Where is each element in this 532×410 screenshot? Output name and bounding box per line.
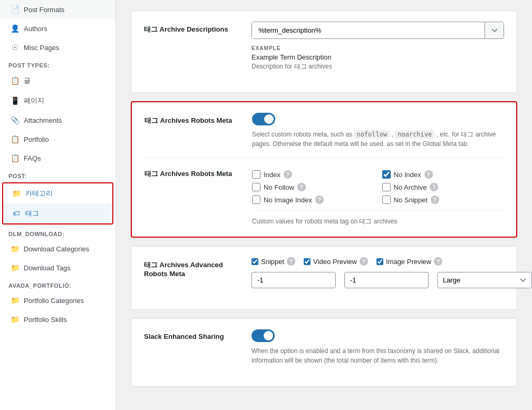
archive-descriptions-row: 태그 Archive Descriptions EXAMPLE Example … bbox=[144, 22, 504, 71]
sidebar: 📄 Post Formats 👤 Authors ☉ Misc Pages Po… bbox=[0, 0, 116, 410]
image-select-wrapper: Large Standard None bbox=[437, 272, 532, 288]
checkbox-no-archive-input[interactable] bbox=[382, 183, 391, 191]
post-formats-icon: 📄 bbox=[10, 5, 20, 14]
help-icon-video-preview[interactable]: ? bbox=[360, 257, 368, 266]
checkbox-no-image-index: No Image Index ? bbox=[252, 196, 374, 204]
advanced-robots-section: 태그 Archives Advanced Robots Meta Snippet… bbox=[131, 246, 517, 310]
checkbox-no-image-index-label: No Image Index bbox=[264, 196, 312, 204]
sidebar-item-portfolio[interactable]: 📋 Portfolio bbox=[0, 130, 115, 149]
sidebar-item-label: 페이지 bbox=[24, 96, 44, 105]
slack-sharing-control: When the option is enabled and a term fr… bbox=[252, 329, 504, 365]
checkbox-no-follow-input[interactable] bbox=[252, 183, 260, 191]
sidebar-item-download-tags[interactable]: 📁 Download Tags bbox=[0, 258, 115, 277]
archive-descriptions-control: EXAMPLE Example Term Description Descrip… bbox=[252, 22, 504, 71]
sidebar-item-attachments[interactable]: 📎 Attachments bbox=[0, 111, 115, 130]
sidebar-item-authors[interactable]: 👤 Authors bbox=[0, 19, 115, 38]
sidebar-item-label: FAQs bbox=[24, 154, 41, 162]
checkbox-no-archive-label: No Archive bbox=[394, 183, 427, 191]
slack-sharing-toggle[interactable] bbox=[252, 329, 275, 342]
sidebar-item-label: 태그 bbox=[25, 209, 39, 218]
toggle-slider bbox=[252, 113, 275, 125]
sidebar-item-page[interactable]: 📱 페이지 bbox=[0, 91, 115, 111]
sidebar-item-post-formats[interactable]: 📄 Post Formats bbox=[0, 0, 115, 19]
image-preview-label: Image Preview bbox=[386, 258, 431, 266]
sidebar-item-geul[interactable]: 📋 글 bbox=[0, 71, 115, 91]
checkbox-index: Index ? bbox=[252, 170, 374, 179]
snippet-checkbox[interactable] bbox=[252, 258, 258, 265]
archive-description-input[interactable] bbox=[252, 22, 485, 38]
page-icon: 📱 bbox=[10, 96, 20, 105]
slack-sharing-label: Slack Enhanced Sharing bbox=[144, 329, 239, 340]
number-inputs-row: Large Standard None bbox=[252, 272, 532, 288]
robots-meta-checkboxes-control: Index ? No Index ? No Follow ? bbox=[252, 166, 504, 226]
authors-icon: 👤 bbox=[10, 24, 20, 33]
snippet-value-input[interactable] bbox=[252, 272, 336, 288]
help-icon-image-preview[interactable]: ? bbox=[434, 257, 442, 266]
help-icon-no-archive[interactable]: ? bbox=[430, 183, 438, 191]
robots-meta-checkboxes-row: 태그 Archives Robots Meta Index ? No Index… bbox=[144, 166, 504, 226]
sidebar-item-faqs[interactable]: 📋 FAQs bbox=[0, 149, 115, 168]
portfolio-icon: 📋 bbox=[10, 135, 20, 143]
portfolio-skills-icon: 📁 bbox=[10, 315, 20, 324]
archive-description-input-wrapper bbox=[252, 22, 504, 39]
archive-descriptions-section: 태그 Archive Descriptions EXAMPLE Example … bbox=[131, 11, 517, 93]
checkbox-no-image-index-input[interactable] bbox=[252, 196, 260, 204]
attachments-icon: 📎 bbox=[10, 116, 20, 124]
sidebar-item-label: Portfolio Categories bbox=[24, 297, 84, 305]
checkbox-no-index: No Index ? bbox=[382, 170, 504, 179]
robots-code-nofollow: nofollow bbox=[354, 130, 390, 139]
help-icon-no-image-index[interactable]: ? bbox=[315, 196, 324, 204]
section-label-dlm-download: Dlm_download: bbox=[0, 226, 115, 239]
video-preview-option: Video Preview ? bbox=[304, 257, 368, 266]
checkbox-no-follow-label: No Follow bbox=[264, 183, 294, 191]
sidebar-item-label: Download Tags bbox=[24, 264, 71, 272]
sidebar-item-portfolio-categories[interactable]: 📁 Portfolio Categories bbox=[0, 291, 115, 310]
geul-icon: 📋 bbox=[10, 76, 20, 85]
sidebar-item-tag[interactable]: 🏷 태그 bbox=[3, 203, 112, 223]
video-value-input[interactable] bbox=[344, 272, 429, 288]
robots-meta-toggle-row: 태그 Archives Robots Meta Select custom ro… bbox=[144, 113, 504, 149]
tag-icon: 🏷 bbox=[12, 209, 21, 218]
section-label-avada-portfolio: Avada_portfolio: bbox=[0, 277, 115, 291]
divider-1 bbox=[144, 157, 504, 158]
sidebar-item-label: 글 bbox=[24, 76, 31, 85]
download-categories-icon: 📁 bbox=[10, 245, 20, 253]
robots-desc-prefix: Select custom robots meta, such as bbox=[252, 131, 354, 138]
sidebar-item-portfolio-skills[interactable]: 📁 Portfolio Skills bbox=[0, 310, 115, 329]
section-label-post: Post: bbox=[0, 168, 115, 181]
custom-values-text: Custom values for robots meta tag on 태그 … bbox=[252, 210, 504, 226]
robots-meta-toggle[interactable] bbox=[252, 113, 275, 125]
image-preview-select[interactable]: Large Standard None bbox=[437, 272, 532, 288]
sidebar-item-label: Post Formats bbox=[24, 6, 64, 14]
checkbox-no-snippet: No Snippet ? bbox=[382, 196, 504, 204]
sidebar-item-misc-pages[interactable]: ☉ Misc Pages bbox=[0, 38, 115, 57]
chevron-down-icon bbox=[491, 28, 498, 33]
help-icon-no-follow[interactable]: ? bbox=[297, 183, 306, 191]
checkbox-no-index-label: No Index bbox=[394, 171, 421, 179]
help-icon-index[interactable]: ? bbox=[284, 170, 292, 179]
sidebar-item-label: Portfolio Skills bbox=[24, 316, 67, 324]
snippet-option: Snippet ? bbox=[252, 257, 295, 266]
checkbox-no-index-input[interactable] bbox=[382, 170, 391, 179]
example-title: Example Term Description bbox=[252, 53, 504, 61]
video-preview-checkbox[interactable] bbox=[304, 258, 311, 265]
help-icon-no-snippet[interactable]: ? bbox=[431, 196, 439, 204]
robots-meta-checkboxes-label: 태그 Archives Robots Meta bbox=[144, 166, 239, 179]
checkbox-index-input[interactable] bbox=[252, 170, 260, 179]
robots-meta-section: 태그 Archives Robots Meta Select custom ro… bbox=[131, 101, 517, 238]
checkbox-no-snippet-label: No Snippet bbox=[394, 196, 428, 204]
sidebar-item-label: Download Categories bbox=[24, 245, 89, 253]
image-preview-checkbox[interactable] bbox=[376, 258, 383, 265]
robots-meta-toggle-control: Select custom robots meta, such as nofol… bbox=[252, 113, 504, 149]
section-label-post-types: Post Types: bbox=[0, 57, 115, 71]
slack-sharing-row: Slack Enhanced Sharing When the option i… bbox=[144, 329, 504, 365]
sidebar-item-category[interactable]: 📁 카테고리 bbox=[3, 183, 112, 203]
sidebar-item-label: 카테고리 bbox=[25, 189, 53, 198]
archive-description-dropdown-btn[interactable] bbox=[485, 22, 504, 38]
sidebar-item-download-categories[interactable]: 📁 Download Categories bbox=[0, 239, 115, 258]
help-icon-no-index[interactable]: ? bbox=[424, 170, 433, 179]
checkbox-no-snippet-input[interactable] bbox=[382, 196, 391, 204]
help-icon-snippet[interactable]: ? bbox=[287, 257, 295, 266]
robots-meta-toggle-label: 태그 Archives Robots Meta bbox=[144, 113, 239, 125]
misc-pages-icon: ☉ bbox=[10, 43, 20, 52]
